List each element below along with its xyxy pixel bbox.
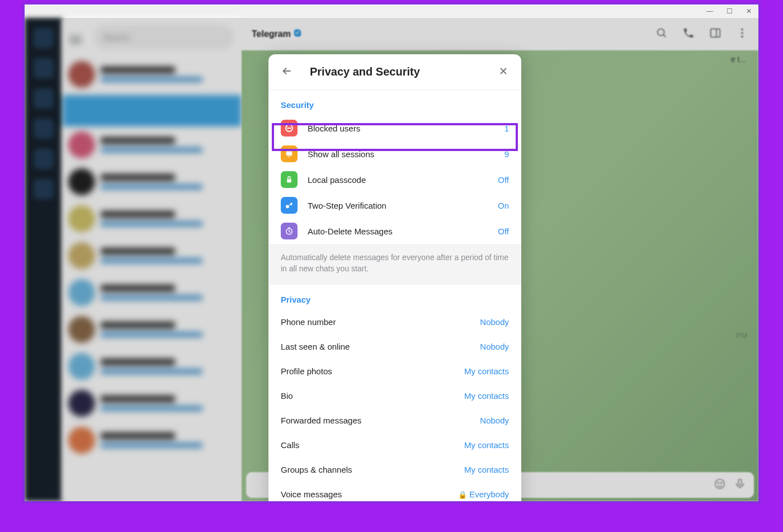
row-value: My contacts	[464, 391, 509, 401]
row-value: My contacts	[464, 465, 509, 474]
workspace-rail	[25, 18, 63, 501]
row-label: Last seen & online	[281, 342, 480, 351]
row-value: Nobody	[480, 342, 509, 351]
row-label: Phone number	[281, 317, 480, 327]
modal-title: Privacy and Security	[310, 65, 496, 78]
svg-point-12	[721, 482, 722, 483]
privacy-security-modal: Privacy and Security Security Blocked us…	[268, 54, 521, 503]
search-input[interactable]: Search	[94, 25, 234, 49]
svg-point-11	[718, 482, 719, 483]
security-section-label: Security	[268, 90, 521, 115]
sessions-icon	[281, 145, 298, 162]
svg-rect-13	[738, 479, 742, 485]
svg-rect-5	[711, 29, 720, 37]
row-value: 9	[504, 149, 509, 159]
verified-icon	[293, 29, 302, 40]
svg-point-19	[286, 205, 289, 208]
svg-rect-18	[287, 179, 291, 182]
svg-rect-0	[69, 36, 82, 37]
message-time: PM	[737, 331, 748, 340]
row-value: My contacts	[464, 366, 509, 376]
svg-rect-17	[288, 157, 291, 157]
back-button[interactable]	[279, 63, 295, 82]
svg-rect-2	[69, 43, 82, 44]
search-icon[interactable]	[655, 27, 668, 41]
sessions-row[interactable]: Show all sessions 9	[268, 141, 521, 167]
svg-point-9	[741, 36, 743, 38]
row-label: Show all sessions	[308, 149, 504, 159]
truncated-text: e t...	[731, 55, 746, 64]
lock-icon-inline: 🔒	[458, 491, 467, 499]
row-label: Blocked users	[308, 124, 504, 133]
two-step-row[interactable]: Two-Step Verification On	[268, 192, 521, 218]
last-seen-row[interactable]: Last seen & online Nobody	[268, 335, 521, 359]
svg-point-3	[658, 29, 664, 36]
row-value: On	[498, 201, 509, 210]
forwarded-row[interactable]: Forwarded messages Nobody	[268, 408, 521, 433]
auto-delete-row[interactable]: Auto-Delete Messages Off	[268, 218, 521, 244]
svg-rect-16	[286, 152, 293, 156]
close-button[interactable]	[496, 63, 511, 81]
key-icon	[281, 197, 298, 214]
calls-row[interactable]: Calls My contacts	[268, 433, 521, 458]
row-value: Nobody	[480, 416, 509, 425]
window-maximize-button[interactable]: ☐	[727, 7, 733, 15]
row-value: Off	[498, 227, 509, 236]
window-titlebar: — ☐ ✕	[25, 4, 758, 18]
microphone-icon[interactable]	[734, 478, 746, 492]
row-label: Forwarded messages	[281, 416, 480, 425]
window-minimize-button[interactable]: —	[706, 7, 713, 15]
groups-row[interactable]: Groups & channels My contacts	[268, 458, 521, 482]
chat-title: Telegram	[252, 29, 291, 39]
chat-list-panel: Search	[63, 18, 242, 501]
phone-icon[interactable]	[682, 27, 695, 41]
sidebar-icon[interactable]	[709, 27, 721, 41]
row-label: Profile photos	[281, 366, 464, 376]
row-label: Bio	[281, 391, 464, 401]
bio-row[interactable]: Bio My contacts	[268, 384, 521, 408]
privacy-section-label: Privacy	[268, 285, 521, 310]
row-label: Groups & channels	[281, 465, 464, 474]
svg-rect-1	[69, 39, 82, 40]
row-label: Calls	[281, 440, 464, 450]
svg-point-8	[741, 32, 743, 34]
row-label: Two-Step Verification	[308, 201, 498, 210]
phone-number-row[interactable]: Phone number Nobody	[268, 310, 521, 335]
search-placeholder: Search	[103, 32, 130, 42]
profile-photos-row[interactable]: Profile photos My contacts	[268, 359, 521, 384]
timer-icon	[281, 223, 298, 239]
window-close-button[interactable]: ✕	[746, 7, 752, 15]
auto-delete-description: Automatically delete messages for everyo…	[268, 244, 521, 285]
more-icon[interactable]	[736, 27, 748, 41]
blocked-icon	[281, 120, 298, 136]
passcode-row[interactable]: Local passcode Off	[268, 167, 521, 192]
voice-messages-row[interactable]: Voice messages 🔒Everybody	[268, 482, 521, 503]
row-value: Nobody	[480, 317, 509, 327]
blocked-users-row[interactable]: Blocked users 1	[268, 115, 521, 141]
lock-icon	[281, 171, 298, 188]
row-value: 1	[504, 124, 509, 133]
row-value: My contacts	[464, 440, 509, 450]
row-label: Voice messages	[281, 489, 458, 499]
row-label: Local passcode	[308, 175, 498, 185]
emoji-icon[interactable]	[714, 478, 726, 492]
hamburger-menu-button[interactable]	[69, 34, 82, 48]
svg-point-7	[741, 29, 743, 31]
chat-header: Telegram	[242, 18, 758, 50]
row-label: Auto-Delete Messages	[308, 227, 498, 236]
svg-line-4	[663, 35, 666, 37]
row-value: Off	[498, 175, 509, 185]
svg-point-10	[715, 479, 725, 489]
row-value: 🔒Everybody	[458, 489, 509, 499]
